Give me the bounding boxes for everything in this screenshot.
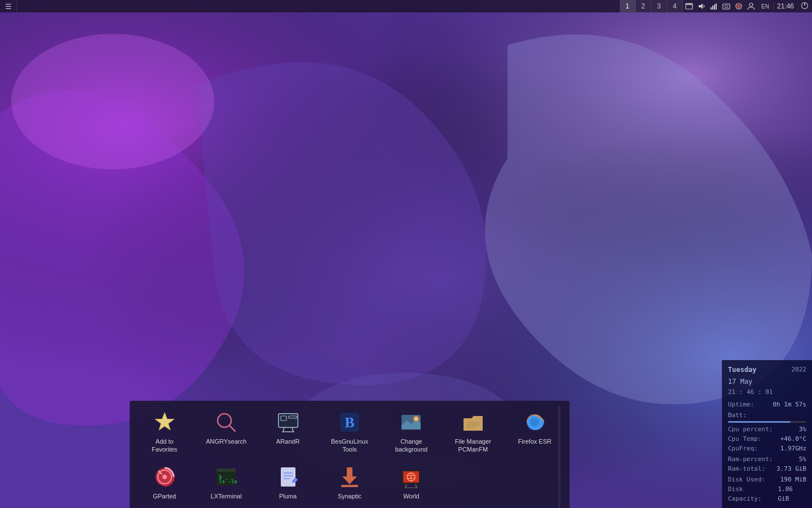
app-label: GParted <box>153 493 176 500</box>
pluma-icon <box>275 463 302 491</box>
folder-icon <box>460 409 487 436</box>
screenshot-icon[interactable] <box>720 0 732 12</box>
batt-label: Batt: <box>728 410 747 420</box>
app-label: LXTerminal <box>211 493 242 500</box>
workspace-4[interactable]: 4 <box>667 0 683 12</box>
app-label: Pluma <box>279 493 297 500</box>
app-label: BesGnuLinuxTools <box>331 438 368 453</box>
app-synaptic[interactable]: Synaptic <box>320 460 378 503</box>
cpu-temp-label: Cpu Temp: <box>728 434 762 444</box>
svg-marker-57 <box>342 476 357 484</box>
svg-rect-14 <box>723 4 730 9</box>
taskbar-menu-button[interactable]: ☰ <box>0 0 17 12</box>
power-button[interactable] <box>797 2 812 11</box>
app-label: Changebackground <box>395 438 428 453</box>
app-label: ANGRYsearch <box>206 438 246 445</box>
taskbar: ☰ 1 2 3 4 EN 21:46 <box>0 0 812 12</box>
batt-progress-fill <box>728 421 791 423</box>
app-lxterminal[interactable]: $ _ ls -la LXTerminal <box>197 460 255 503</box>
system-clock: 21:46 <box>773 2 797 10</box>
workspace-1[interactable]: 1 <box>620 0 636 12</box>
tray-divider <box>558 406 561 508</box>
change-background-icon <box>398 409 425 436</box>
cpu-percent-value: 3% <box>799 424 806 434</box>
disk-used-value: 190 MiB <box>780 475 806 484</box>
gparted-icon <box>151 463 178 491</box>
svg-rect-51 <box>281 467 295 487</box>
app-world[interactable]: World <box>382 460 440 503</box>
firefox-icon <box>521 409 548 436</box>
svg-marker-21 <box>155 413 174 430</box>
app-besgnulinux[interactable]: B BesGnuLinuxTools <box>320 405 378 456</box>
svg-line-64 <box>405 484 407 488</box>
sysinfo-time: 21 : 46 : 01 <box>728 387 806 397</box>
user-icon[interactable] <box>745 0 757 12</box>
disk-capacity-label: Disk Capacity: <box>728 484 778 503</box>
uptime-value: 0h 1m 57s <box>773 400 806 409</box>
app-gparted[interactable]: GParted <box>135 460 193 503</box>
app-label: ARandR <box>276 438 300 445</box>
svg-point-35 <box>414 417 418 421</box>
workspace-switcher: 1 2 3 4 EN 21:46 <box>620 0 812 12</box>
sysinfo-day: Tuesday <box>728 365 757 375</box>
volume-icon[interactable] <box>695 0 708 12</box>
sysinfo-date: 17 May <box>728 376 806 387</box>
svg-point-17 <box>737 5 740 8</box>
app-firefox[interactable]: Firefox ESR <box>506 405 564 456</box>
cpu-freq-value: 1.97GHz <box>780 444 806 453</box>
app-label: World <box>403 493 420 500</box>
ram-total-value: 3.73 GiB <box>776 464 806 474</box>
app-change-background[interactable]: Changebackground <box>382 405 440 456</box>
svg-line-27 <box>292 427 293 432</box>
app-tray: Add toFavorites ANGRYsearch ARandR <box>130 401 570 508</box>
app-label: Add toFavorites <box>152 438 177 453</box>
svg-rect-10 <box>710 7 712 10</box>
svg-text:B: B <box>345 414 354 431</box>
app-label: Synaptic <box>338 493 361 500</box>
batt-progress <box>728 421 806 423</box>
record-icon[interactable] <box>732 0 745 12</box>
sysinfo-widget: Tuesday 2022 17 May 21 : 46 : 01 Uptime:… <box>722 360 812 508</box>
disk-capacity-value: 1.86 GiB <box>778 484 806 503</box>
svg-rect-58 <box>341 485 358 487</box>
keyboard-icon[interactable]: EN <box>757 0 773 12</box>
workspace-3[interactable]: 3 <box>651 0 667 12</box>
app-angrysearch[interactable]: ANGRYsearch <box>197 405 255 456</box>
svg-rect-8 <box>686 3 692 5</box>
svg-point-15 <box>725 5 727 8</box>
svg-rect-13 <box>716 3 717 10</box>
monitor-icon <box>275 409 302 436</box>
cpu-temp-value: +46.0°C <box>780 434 806 444</box>
workspace-2[interactable]: 2 <box>636 0 651 12</box>
cpu-percent-label: Cpu percent: <box>728 424 773 434</box>
svg-point-41 <box>530 418 539 427</box>
app-label: File ManagerPCManFM <box>455 438 491 453</box>
star-icon <box>151 409 178 436</box>
svg-point-18 <box>749 3 753 7</box>
network-icon[interactable] <box>708 0 720 12</box>
uptime-label: Uptime: <box>728 400 754 409</box>
svg-point-44 <box>162 475 167 479</box>
svg-point-5 <box>11 34 214 169</box>
svg-rect-47 <box>217 468 236 472</box>
ram-percent-label: Ram-percent: <box>728 454 773 464</box>
app-add-favorites[interactable]: Add toFavorites <box>135 405 193 456</box>
svg-rect-56 <box>347 467 352 478</box>
svg-rect-12 <box>714 5 715 10</box>
app-arandr[interactable]: ARandR <box>259 405 317 456</box>
disk-used-label: Disk Used: <box>728 475 765 484</box>
ram-total-label: Ram-total: <box>728 464 765 474</box>
svg-marker-9 <box>699 3 703 9</box>
app-file-manager[interactable]: File ManagerPCManFM <box>444 405 502 456</box>
sysinfo-year: 2022 <box>792 365 807 375</box>
window-icon[interactable] <box>683 0 695 12</box>
world-icon <box>398 463 425 491</box>
b-icon: B <box>336 409 363 436</box>
ram-percent-value: 5% <box>799 454 806 464</box>
search-icon <box>213 409 240 436</box>
svg-rect-11 <box>712 6 713 10</box>
app-pluma[interactable]: Pluma <box>259 460 317 503</box>
terminal-icon: $ _ ls -la <box>213 463 240 491</box>
synaptic-icon <box>336 463 363 491</box>
svg-line-26 <box>283 427 284 432</box>
